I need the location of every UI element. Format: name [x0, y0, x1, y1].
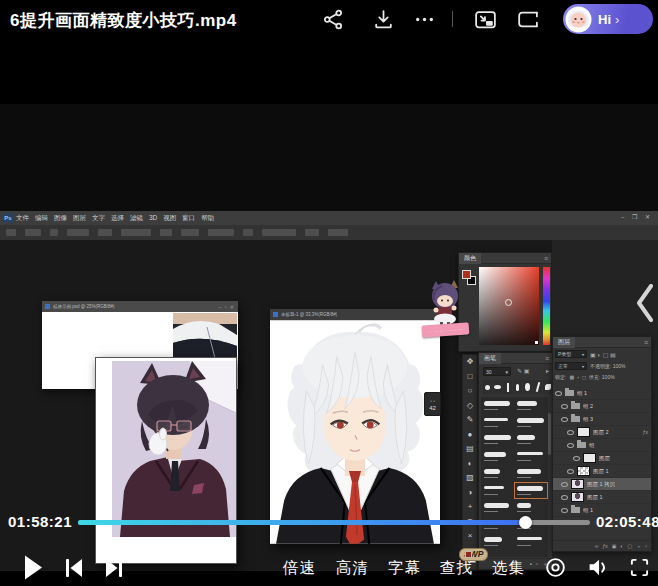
assistant-avatar — [565, 6, 592, 33]
new-brush-icon: ▪ — [530, 561, 532, 567]
fullscreen-icon[interactable] — [629, 557, 650, 578]
brush-panel-scrollbar — [548, 413, 551, 455]
current-time: 01:58:21 — [8, 513, 72, 530]
next-button[interactable] — [103, 557, 125, 579]
brush-tip — [493, 380, 502, 394]
ps-window-controls: ‒ ❒ ✕ — [621, 213, 653, 220]
ps-menu-item: 图层 — [73, 214, 86, 223]
color-picker-marker — [505, 299, 512, 306]
brush-panel-tab: 画笔 — [479, 353, 501, 364]
brush-preset — [482, 398, 514, 413]
panel-menu-icon: ≡ — [644, 339, 648, 346]
photoshop-logo-icon: Ps — [3, 213, 13, 223]
download-icon[interactable] — [372, 8, 395, 31]
dodge-tool-icon: ◑ — [463, 486, 477, 501]
brush-settings-icon: ✎ ▣ — [517, 367, 529, 374]
tooltip-value: 42 — [429, 405, 436, 411]
ps-document-window-3: 未标题-1 @ 33.3%(RGB/8#) — [270, 309, 440, 544]
ps-menu-item: 文件 — [16, 214, 29, 223]
episodes-button[interactable]: 选集 — [492, 558, 525, 579]
layer-row: 组 1 — [553, 387, 651, 400]
panel-menu-icon: ≡ — [545, 355, 549, 362]
layer-row: 图层 1 — [553, 465, 651, 478]
stamp-tool-icon: ▤ — [463, 442, 477, 457]
volume-icon[interactable] — [586, 556, 610, 579]
tooltip-icon: ▫ ▫ — [430, 398, 435, 404]
layer-row: 图层 2ƒx — [553, 426, 651, 439]
gradient-corner-dot — [535, 341, 538, 344]
brush-preset-selected — [515, 483, 547, 498]
subtitles-button[interactable]: 字幕 — [388, 558, 421, 579]
brush-tip — [513, 380, 522, 394]
total-time: 02:05:48 — [596, 513, 658, 530]
layer-row: 组 — [553, 439, 651, 452]
share-icon[interactable] — [322, 8, 345, 31]
find-button[interactable]: 查找 — [440, 558, 473, 579]
ps-menu-item: 滤镜 — [130, 214, 143, 223]
ps-doc2-title: 未标题-1 @ 33.3%(RGB/8#) — [281, 312, 337, 317]
more-options-icon[interactable] — [413, 8, 436, 31]
ps-menu-item: 视图 — [163, 214, 176, 223]
top-bar: 6提升画面精致度小技巧.mp4 — [0, 0, 658, 40]
brush-size-field: 30 ▾ — [483, 367, 511, 376]
ps-menu-item: 文字 — [92, 214, 105, 223]
brush-preset — [482, 483, 514, 498]
layer-row: 组 3 — [553, 413, 651, 426]
lasso-tool-icon: ○ — [463, 384, 477, 399]
settings-icon[interactable] — [544, 556, 567, 579]
blend-mode-value: 正常 — [558, 363, 568, 369]
lock-label: 锁定: — [555, 374, 566, 380]
adjustment-layer-icon: ◐ — [620, 543, 623, 549]
blend-mode-dropdown: 正常▾ — [555, 362, 587, 370]
brush-preset — [482, 449, 514, 464]
video-frame[interactable]: Ps 文件 编辑 图像 图层 文字 选择 滤镜 3D 视图 窗口 帮助 ‒ ❒ … — [0, 104, 658, 478]
brush-tip-row — [481, 379, 554, 395]
playlist-drawer-toggle[interactable] — [633, 276, 657, 330]
move-tool-icon: ✥ — [463, 355, 477, 370]
hi-label: Hi — [598, 12, 611, 27]
brush-tip — [543, 380, 552, 394]
playback-speed-button[interactable]: 倍速 — [283, 558, 316, 579]
previous-button[interactable] — [63, 557, 85, 579]
hi-assistant-button[interactable]: Hi › — [563, 4, 653, 34]
progress-fill — [78, 520, 525, 525]
picture-in-picture-icon[interactable] — [473, 8, 498, 31]
brush-preset — [515, 500, 547, 515]
toolbar-foreground-swatch — [465, 551, 472, 558]
ps-doc1-window-buttons: ‒ ▫ ✕ — [218, 304, 235, 310]
brush-tool-icon: ● — [463, 428, 477, 443]
ps-doc1-title: 精修示例.psd @ 25%(RGB/8#) — [53, 304, 115, 309]
brush-preset — [482, 500, 514, 515]
layers-list: 组 1 组 2 组 3 图层 2ƒx 组 图层 图层 1 图层 1 拷贝 图层 … — [553, 387, 651, 517]
photoshop-window: Ps 文件 编辑 图像 图层 文字 选择 滤镜 3D 视图 窗口 帮助 ‒ ❒ … — [0, 211, 658, 571]
marquee-tool-icon: □ — [463, 370, 477, 385]
play-button[interactable] — [21, 554, 45, 581]
opacity-label: 不透明度: 100% — [590, 363, 626, 369]
brush-tip — [503, 380, 512, 394]
brush-tip — [523, 380, 532, 394]
progress-bar[interactable] — [78, 520, 590, 525]
chevron-right-icon: › — [615, 12, 619, 27]
brush-size-tooltip: ▫ ▫ 42 — [424, 392, 441, 416]
layer-row: 组 2 — [553, 400, 651, 413]
foreground-color-swatch — [462, 270, 471, 279]
progress-thumb[interactable] — [519, 516, 532, 529]
layer-row: 图层 — [553, 452, 651, 465]
brush-size-value: 30 — [486, 369, 492, 375]
brush-preset — [482, 415, 514, 430]
brush-preset — [515, 398, 547, 413]
color-panel-tab: 颜色 — [459, 253, 481, 264]
artwork-cat-ear-man — [112, 361, 236, 537]
layers-panel-footer: ∞ ƒx ▣ ◐ ▢ ＋ ▫ — [553, 540, 651, 551]
layer-row-selected: 图层 1 拷贝 — [553, 478, 651, 491]
layer-effects-icon: ƒx — [602, 543, 607, 549]
ps-color-panel: 颜色 ≡ — [458, 252, 552, 352]
quality-button[interactable]: 高清 — [336, 558, 369, 579]
fill-label: 填充: 100% — [589, 374, 615, 380]
mini-window-mode-icon[interactable] — [515, 8, 540, 31]
new-group-icon: ▢ — [627, 543, 632, 549]
brush-preset-list — [481, 397, 548, 557]
ps-menu-item: 3D — [149, 214, 157, 223]
ps-menu-item: 选择 — [111, 214, 124, 223]
layer-mask-icon: ▣ — [612, 543, 617, 549]
